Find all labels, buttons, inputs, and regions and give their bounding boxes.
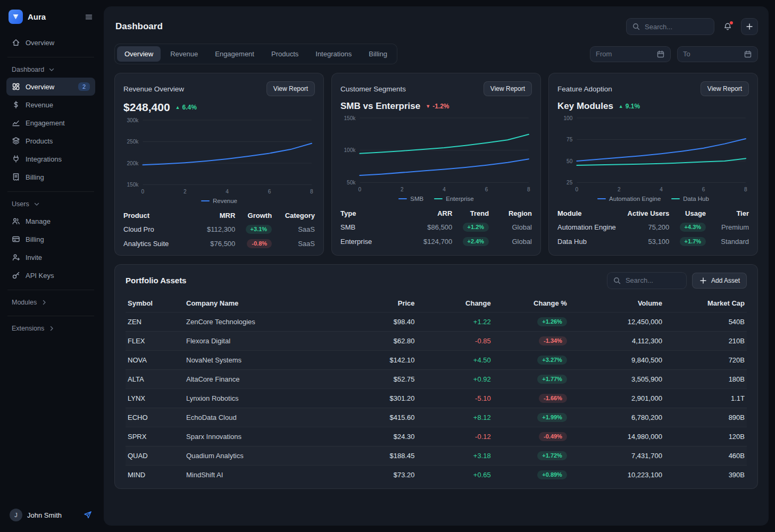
layers-icon (12, 137, 20, 145)
sidebar-item-invite[interactable]: Invite (6, 248, 95, 266)
section-header-dashboard[interactable]: Dashboard (6, 63, 95, 78)
card-table-cell: Premium (706, 223, 749, 231)
legend-item: Data Hub (671, 196, 709, 202)
card-table-cell: 53,100 (624, 238, 669, 246)
hamburger-menu-icon[interactable] (85, 13, 93, 21)
tab-overview[interactable]: Overview (117, 46, 161, 62)
column-header[interactable]: Change % (491, 299, 567, 307)
table-row[interactable]: MINDMindShift AI$73.20+0.65+0.89%10,223,… (126, 465, 747, 484)
sidebar-item-revenue[interactable]: Revenue (6, 96, 95, 114)
card-table-cell: Data Hub (557, 238, 624, 246)
tab-integrations[interactable]: Integrations (308, 46, 359, 62)
card-headline: Key Modules (557, 101, 613, 112)
card-table-cell: +3.1% (235, 225, 272, 234)
plus-icon (699, 276, 707, 285)
chart-legend: Automation EngineData Hub (557, 196, 749, 202)
card-table-header: Tier (706, 209, 749, 217)
card-table-cell: +2.4% (452, 237, 489, 246)
date-from-input[interactable] (596, 50, 652, 58)
date-from[interactable] (590, 46, 671, 62)
tab-bar: OverviewRevenueEngagementProductsIntegra… (114, 44, 397, 64)
svg-text:0: 0 (359, 187, 362, 192)
svg-text:4: 4 (226, 189, 229, 195)
column-header[interactable]: Price (338, 299, 414, 307)
view-report-button[interactable]: View Report (701, 81, 749, 96)
calendar-icon[interactable] (744, 50, 752, 58)
date-to[interactable] (677, 46, 758, 62)
table-row[interactable]: LYNXLynxion Robotics$301.20-5.10-1.66%2,… (126, 389, 747, 408)
cell-change: +4.50 (415, 356, 491, 364)
table-row[interactable]: ALTAAltaCore Finance$52.75+0.92+1.77%3,5… (126, 369, 747, 389)
cell-change: +3.18 (415, 452, 491, 460)
change-pill: -0.49% (539, 432, 567, 441)
cell-volume: 7,431,700 (567, 452, 662, 460)
sidebar-item-overview-top[interactable]: Overview (6, 33, 95, 52)
chevron-right-icon (47, 324, 56, 333)
sidebar-item-billing[interactable]: Billing (6, 230, 95, 248)
global-search[interactable] (626, 18, 714, 35)
view-report-button[interactable]: View Report (484, 81, 532, 96)
card-table-cell: SaaS (272, 240, 315, 248)
tab-billing[interactable]: Billing (361, 46, 395, 62)
sidebar-item-api-keys[interactable]: API Keys (6, 266, 95, 284)
svg-text:6: 6 (268, 189, 271, 195)
change-pill: +1.2% (463, 223, 489, 232)
main-panel: Dashboard OverviewRevenueEngagementProdu… (104, 6, 769, 526)
svg-text:150k: 150k (344, 115, 356, 121)
sidebar-item-overview[interactable]: Overview2 (6, 78, 95, 96)
view-report-button[interactable]: View Report (266, 81, 315, 96)
cell-market-cap: 460B (662, 452, 745, 460)
change-pill: +3.27% (537, 356, 567, 365)
column-header[interactable]: Market Cap (662, 299, 745, 307)
column-header[interactable]: Company Name (186, 299, 338, 307)
table-row[interactable]: FLEXFlexora Digital$62.80-0.85-1.34%4,11… (126, 331, 747, 350)
page-title: Dashboard (114, 21, 163, 32)
tab-products[interactable]: Products (264, 46, 306, 62)
svg-text:25: 25 (566, 180, 573, 185)
portfolio-search-input[interactable] (626, 276, 681, 284)
cell-price: $142.10 (338, 356, 414, 364)
column-header[interactable]: Volume (567, 299, 662, 307)
add-button[interactable] (741, 18, 758, 35)
table-row[interactable]: ECHOEchoData Cloud$415.60+8.12+1.99%6,78… (126, 408, 747, 427)
cell-symbol: ZEN (128, 318, 186, 326)
search-input[interactable] (645, 23, 709, 31)
svg-text:8: 8 (744, 187, 747, 192)
sidebar-item-engagement[interactable]: Engagement (6, 114, 95, 132)
send-icon[interactable] (84, 511, 92, 519)
cell-company: Lynxion Robotics (186, 394, 338, 402)
user-profile[interactable]: J John Smith (6, 504, 95, 526)
table-row[interactable]: QUADQuadium Analytics$188.45+3.18+1.72%7… (126, 446, 747, 465)
section-header-modules[interactable]: Modules (6, 295, 95, 310)
sidebar-item-products[interactable]: Products (6, 132, 95, 150)
section-header-users[interactable]: Users (6, 197, 95, 212)
column-header[interactable]: Change (415, 299, 491, 307)
add-asset-button[interactable]: Add Asset (692, 273, 747, 289)
sidebar-item-billing[interactable]: Billing (6, 168, 95, 186)
notifications-button[interactable] (721, 20, 735, 33)
chevron-down-icon (32, 200, 41, 208)
portfolio-search[interactable] (607, 272, 687, 289)
calendar-icon[interactable] (656, 50, 665, 58)
column-header[interactable]: Symbol (128, 299, 186, 307)
cell-change-pct: +1.72% (491, 451, 567, 460)
cell-company: Flexora Digital (186, 337, 338, 345)
date-to-input[interactable] (683, 50, 739, 58)
sidebar-item-manage[interactable]: Manage (6, 212, 95, 230)
svg-text:4: 4 (660, 187, 663, 192)
table-row[interactable]: SPRXSparx Innovations$24.30-0.12-0.49%14… (126, 427, 747, 446)
cell-company: AltaCore Finance (186, 375, 338, 383)
table-row[interactable]: NOVANovaNet Systems$142.10+4.50+3.27%9,8… (126, 350, 747, 369)
sidebar-item-integrations[interactable]: Integrations (6, 150, 95, 168)
cell-symbol: QUAD (128, 452, 186, 460)
logo-row: Aura (6, 7, 95, 33)
card-table-cell: $86,500 (407, 223, 452, 231)
section-header-extensions[interactable]: Extensions (6, 322, 95, 336)
tab-engagement[interactable]: Engagement (207, 46, 262, 62)
tab-revenue[interactable]: Revenue (163, 46, 205, 62)
cell-market-cap: 390B (662, 471, 745, 479)
change-pill: -0.8% (247, 239, 272, 248)
legend-item: SMB (398, 196, 423, 202)
cell-volume: 6,780,200 (567, 413, 662, 421)
table-row[interactable]: ZENZenCore Technologies$98.40+1.22+1.26%… (126, 312, 747, 331)
